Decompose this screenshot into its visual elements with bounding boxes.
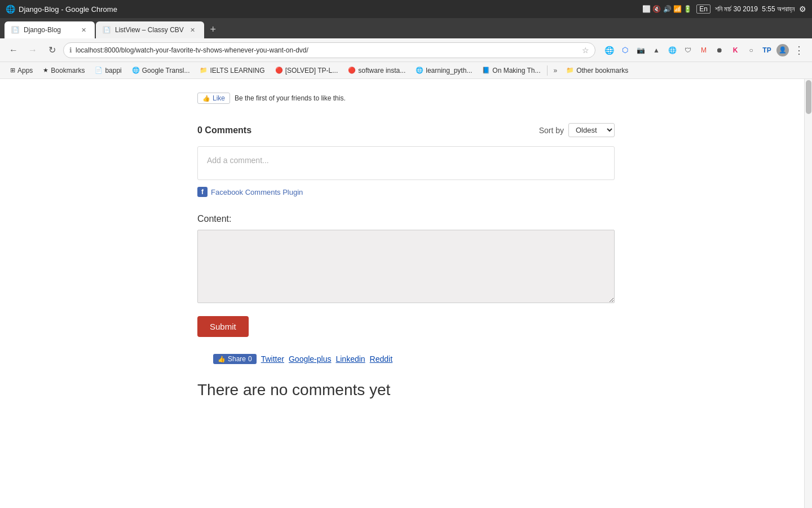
fb-plugin-link[interactable]: Facebook Comments Plugin	[211, 188, 303, 196]
k-ext-icon[interactable]: K	[729, 43, 742, 57]
tab-favicon-2: 📄	[103, 26, 111, 34]
drive-icon[interactable]: ▲	[650, 43, 663, 57]
sort-by-label: Sort by	[539, 126, 564, 135]
tab-title-2: ListView – Classy CBV	[115, 26, 184, 34]
page-content: 👍 Like Be the first of your friends to l…	[0, 79, 812, 474]
bookmark-solved[interactable]: 🔴 [SOLVED] TP-L...	[271, 65, 343, 76]
address-bar[interactable]: ℹ localhost:8000/blog/watch-your-favorit…	[63, 42, 595, 58]
bookmark-python-label: learning_pyth...	[426, 67, 472, 75]
fb-like-label: Like	[213, 94, 225, 102]
chrome-icon[interactable]: 🌐	[665, 43, 679, 57]
comments-header: 0 Comments Sort by Oldest Newest Top	[197, 123, 615, 137]
comment-input[interactable]: Add a comment...	[197, 146, 615, 180]
share-section: 👍 Share 0 Twitter Google-plus Linkedin R…	[197, 354, 615, 364]
camera-icon[interactable]: 📷	[634, 43, 647, 57]
content-label: Content:	[197, 214, 615, 224]
shield-icon[interactable]: 🛡	[681, 43, 695, 57]
tab-django-blog[interactable]: 📄 Django-Blog ✕	[5, 21, 95, 38]
fb-small-icon: f	[197, 187, 208, 197]
share-links: Twitter Google-plus Linkedin Reddit	[261, 354, 392, 364]
scrollbar[interactable]	[804, 79, 812, 474]
fb-share-button[interactable]: 👍 Share 0	[213, 354, 257, 364]
fb-like-button[interactable]: 👍 Like	[197, 93, 230, 104]
fb-share-label: Share	[228, 355, 246, 363]
more-bookmarks-button[interactable]: »	[550, 65, 561, 76]
fb-share-count: 0	[248, 355, 252, 363]
folder-icon: 📁	[200, 67, 208, 74]
reddit-link[interactable]: Reddit	[370, 354, 392, 364]
bookmark-bookmarks-label: Bookmarks	[51, 67, 85, 75]
gmail-icon[interactable]: M	[697, 43, 710, 57]
bookmark-apps[interactable]: ⊞ Apps	[6, 65, 37, 76]
tab-bar: 📄 Django-Blog ✕ 📄 ListView – Classy CBV …	[0, 18, 812, 38]
share-list: 👍 Share 0 Twitter Google-plus Linkedin R…	[197, 354, 615, 364]
nav-bar: ← → ↻ ℹ localhost:8000/blog/watch-your-f…	[0, 38, 812, 62]
bookmark-translate-label: Google Transl...	[142, 67, 190, 75]
twitter-link[interactable]: Twitter	[261, 354, 284, 364]
reload-button[interactable]: ↻	[44, 42, 60, 58]
tab-close-2[interactable]: ✕	[188, 25, 197, 34]
bookmark-star-icon[interactable]: ☆	[582, 46, 589, 55]
bookmark-solved-label: [SOLVED] TP-L...	[285, 67, 338, 75]
software-icon: 🔴	[348, 67, 356, 74]
fb-plugin-section: f Facebook Comments Plugin	[197, 187, 615, 197]
bookmark-software[interactable]: 🔴 software insta...	[343, 65, 410, 76]
bookmark-making[interactable]: 📘 On Making Th...	[478, 65, 545, 76]
sort-select[interactable]: Oldest Newest Top	[568, 123, 615, 137]
forward-button[interactable]: →	[25, 42, 41, 58]
dropbox-icon[interactable]: ⬡	[618, 43, 632, 57]
star-icon: ★	[43, 67, 48, 74]
page-wrapper: 👍 Like Be the first of your friends to l…	[0, 79, 812, 474]
window-title: Django-Blog - Google Chrome	[19, 5, 117, 14]
comment-placeholder: Add a comment...	[207, 156, 269, 165]
bookmark-learning-python[interactable]: 🌐 learning_pyth...	[411, 65, 476, 76]
ubuntu-icon: 🔴	[275, 67, 283, 74]
scrollbar-thumb[interactable]	[806, 80, 811, 114]
bookmark-ielts[interactable]: 📁 IELTS LEARNING	[195, 65, 269, 76]
content-textarea[interactable]	[197, 230, 615, 303]
bookmark-apps-label: Apps	[17, 67, 33, 75]
circle-icon[interactable]: ○	[744, 43, 758, 57]
system-icons: ⬜ 🔇 🔊 📶 🔋	[642, 5, 692, 13]
bookmark-making-label: On Making Th...	[492, 67, 540, 75]
thumb-up-icon: 👍	[202, 95, 210, 102]
record-icon[interactable]: ⏺	[713, 43, 726, 57]
tab-listview[interactable]: 📄 ListView – Classy CBV ✕	[96, 21, 204, 38]
nav-icons-right: 🌐 ⬡ 📷 ▲ 🌐 🛡 M ⏺ K ○ TP 👤 ⋮	[602, 43, 806, 57]
bookmarks-bar: ⊞ Apps ★ Bookmarks 📄 bappi 🌐 Google Tran…	[0, 62, 812, 79]
avatar-icon[interactable]: 👤	[776, 43, 789, 57]
tab-favicon-1: 📄	[11, 26, 19, 34]
tp-ext-icon[interactable]: TP	[760, 43, 774, 57]
sort-by-section: Sort by Oldest Newest Top	[539, 123, 615, 137]
chrome-menu-button[interactable]: ⋮	[792, 44, 806, 56]
google-icon: 🌐	[132, 67, 140, 74]
apps-grid-icon: ⊞	[10, 67, 15, 74]
bookmark-bappi[interactable]: 📄 bappi	[90, 65, 126, 76]
tab-close-1[interactable]: ✕	[79, 25, 88, 34]
google-plus-link[interactable]: Google-plus	[289, 354, 332, 364]
bookmark-google-translate[interactable]: 🌐 Google Transl...	[127, 65, 195, 76]
extensions-icon[interactable]: 🌐	[602, 43, 616, 57]
back-button[interactable]: ←	[6, 42, 21, 58]
url-text: localhost:8000/blog/watch-your-favorite-…	[76, 46, 579, 54]
bookmark-other[interactable]: 📁 Other bookmarks	[562, 65, 633, 76]
bookmark-software-label: software insta...	[358, 67, 405, 75]
fb-like-section: 👍 Like Be the first of your friends to l…	[197, 90, 615, 106]
fb-share-icon: 👍	[218, 356, 226, 363]
chrome-logo-icon: 🌐	[6, 5, 15, 14]
language-indicator: En	[696, 5, 710, 14]
new-tab-button[interactable]: +	[205, 21, 221, 37]
bookmark-ielts-label: IELTS LEARNING	[210, 67, 264, 75]
submit-button[interactable]: Submit	[197, 316, 249, 337]
fb-like-description: Be the first of your friends to like thi…	[235, 94, 346, 102]
bookmarks-separator	[547, 65, 548, 76]
no-comments-message: There are no comments yet	[197, 381, 615, 399]
learning-icon: 🌐	[416, 67, 423, 74]
linkedin-link[interactable]: Linkedin	[336, 354, 365, 364]
bookmark-bookmarks[interactable]: ★ Bookmarks	[38, 65, 89, 76]
settings-icon[interactable]: ⚙	[799, 5, 806, 14]
comments-count: 0 Comments	[197, 125, 251, 135]
title-bar-right: ⬜ 🔇 🔊 📶 🔋 En শনি মার্চ 30 2019 5:55 অপরা…	[642, 5, 806, 14]
tab-title-1: Django-Blog	[24, 26, 74, 34]
bappi-icon: 📄	[95, 67, 103, 74]
